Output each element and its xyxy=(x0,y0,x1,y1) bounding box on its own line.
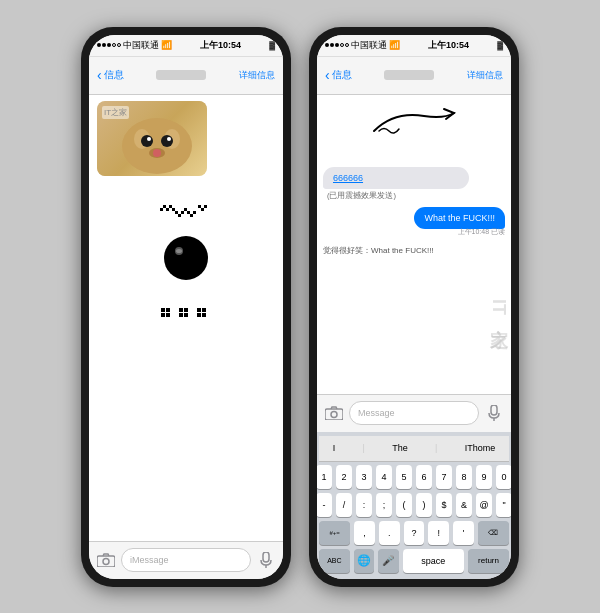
time-right: 上午10:54 xyxy=(428,39,469,52)
mic-icon-left[interactable] xyxy=(255,549,277,571)
camera-icon-left[interactable] xyxy=(95,549,117,571)
key-delete[interactable]: ⌫ xyxy=(478,521,509,545)
key-9[interactable]: 9 xyxy=(476,465,492,489)
detail-left[interactable]: 详细信息 xyxy=(239,69,275,82)
svg-point-24 xyxy=(164,236,208,280)
svg-rect-13 xyxy=(190,214,193,217)
key-2[interactable]: 2 xyxy=(336,465,352,489)
msg-wtf-container: What the FUCK!!! 上午10:48 已读 xyxy=(323,207,505,237)
key-0[interactable]: 0 xyxy=(496,465,511,489)
key-abc[interactable]: ABC xyxy=(319,549,350,573)
message-input-right[interactable]: Message xyxy=(349,401,479,425)
svg-point-5 xyxy=(147,137,151,141)
bomb-svg xyxy=(151,203,221,283)
key-dash[interactable]: - xyxy=(317,493,332,517)
svg-point-44 xyxy=(331,412,337,418)
message-input-left[interactable]: iMessage xyxy=(121,548,251,572)
svg-point-4 xyxy=(161,135,173,147)
svg-rect-12 xyxy=(178,214,181,217)
key-space[interactable]: space xyxy=(403,549,464,573)
dots-svg xyxy=(161,298,211,328)
carrier-right: 中国联通 xyxy=(351,39,387,52)
bomb-image xyxy=(146,198,226,288)
key-7[interactable]: 7 xyxy=(436,465,452,489)
pixel-dots xyxy=(161,298,211,328)
key-exclaim[interactable]: ! xyxy=(428,521,449,545)
back-arrow-left: ‹ xyxy=(97,67,102,83)
key-globe[interactable]: 🌐 xyxy=(354,549,374,573)
kb-row-2: - / : ; ( ) $ & @ " xyxy=(319,493,509,517)
contact-name-left xyxy=(156,70,206,80)
detail-right[interactable]: 详细信息 xyxy=(467,69,503,82)
svg-point-6 xyxy=(167,137,171,141)
suggest-2[interactable]: The xyxy=(392,443,408,453)
suggest-1[interactable]: I xyxy=(333,443,336,453)
drawing-area xyxy=(354,101,474,161)
key-semi[interactable]: ; xyxy=(376,493,392,517)
key-at[interactable]: @ xyxy=(476,493,492,517)
key-hashplus[interactable]: #+= xyxy=(319,521,350,545)
key-dollar[interactable]: $ xyxy=(436,493,452,517)
battery-left: ▓ xyxy=(269,41,275,50)
globe-icon: 🌐 xyxy=(357,554,371,567)
msg-wtf-text: What the FUCK!!! xyxy=(424,213,495,223)
key-tick[interactable]: ' xyxy=(453,521,474,545)
svg-rect-38 xyxy=(202,313,206,317)
svg-rect-15 xyxy=(193,211,196,214)
svg-rect-36 xyxy=(202,308,206,312)
key-4[interactable]: 4 xyxy=(376,465,392,489)
svg-rect-41 xyxy=(263,552,269,562)
svg-rect-21 xyxy=(201,208,204,211)
input-bar-right[interactable]: Message xyxy=(317,394,511,432)
kb-row-4: ABC 🌐 🎤 space return xyxy=(319,549,509,573)
back-label-left: 信息 xyxy=(104,68,124,82)
doge-svg xyxy=(97,101,207,176)
key-5[interactable]: 5 xyxy=(396,465,412,489)
mic-icon-right[interactable] xyxy=(483,402,505,424)
svg-rect-11 xyxy=(187,211,190,214)
camera-svg xyxy=(97,553,115,567)
key-3[interactable]: 3 xyxy=(356,465,372,489)
key-slash[interactable]: / xyxy=(336,493,352,517)
signal-dots-right xyxy=(325,43,349,47)
rdot5 xyxy=(345,43,349,47)
status-left: 中国联通 📶 xyxy=(97,39,172,52)
key-period[interactable]: . xyxy=(379,521,400,545)
key-rparen[interactable]: ) xyxy=(416,493,432,517)
keyboard[interactable]: I | The | IThome 1 2 3 4 5 6 7 8 9 0 xyxy=(317,432,511,579)
svg-rect-43 xyxy=(325,409,343,420)
status-right-left: ▓ xyxy=(269,41,275,50)
back-label-right: 信息 xyxy=(332,68,352,82)
key-1[interactable]: 1 xyxy=(317,465,332,489)
key-6[interactable]: 6 xyxy=(416,465,432,489)
dot4 xyxy=(112,43,116,47)
nav-back-left[interactable]: ‹ 信息 xyxy=(97,67,124,83)
key-mic-kb[interactable]: 🎤 xyxy=(378,549,398,573)
key-lparen[interactable]: ( xyxy=(396,493,412,517)
svg-point-40 xyxy=(103,559,109,565)
reaction-text: 觉得很好笑：What the FUCK!!! xyxy=(323,246,434,255)
doge-image: IT之家 xyxy=(97,101,207,176)
wifi-icon-left: 📶 xyxy=(161,40,172,50)
nav-back-right[interactable]: ‹ 信息 xyxy=(325,67,352,83)
key-return[interactable]: return xyxy=(468,549,509,573)
svg-point-3 xyxy=(141,135,153,147)
svg-rect-33 xyxy=(179,313,183,317)
key-8[interactable]: 8 xyxy=(456,465,472,489)
back-arrow-right: ‹ xyxy=(325,67,330,83)
key-colon[interactable]: : xyxy=(356,493,372,517)
camera-icon-right[interactable] xyxy=(323,402,345,424)
input-bar-left[interactable]: iMessage xyxy=(89,541,283,579)
svg-point-0 xyxy=(122,118,192,174)
chat-area-left: IT之家 xyxy=(89,95,283,541)
key-quote[interactable]: " xyxy=(496,493,511,517)
svg-rect-22 xyxy=(204,205,207,208)
suggest-3[interactable]: IThome xyxy=(465,443,496,453)
msg-right-wtf: What the FUCK!!! xyxy=(414,207,505,229)
key-comma[interactable]: , xyxy=(354,521,375,545)
key-amp[interactable]: & xyxy=(456,493,472,517)
msg-666-text: 666666 xyxy=(333,173,363,183)
key-question[interactable]: ? xyxy=(404,521,425,545)
battery-right: ▓ xyxy=(497,41,503,50)
msg-left-666: 666666 xyxy=(323,167,469,189)
